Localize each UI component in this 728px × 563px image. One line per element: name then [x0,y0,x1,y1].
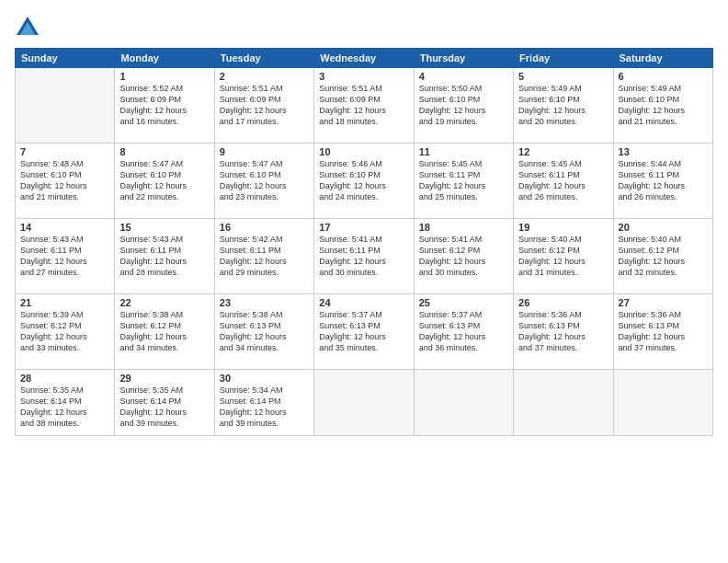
day-number: 24 [319,297,408,308]
day-info: Sunrise: 5:36 AM Sunset: 6:13 PM Dayligh… [518,309,608,354]
day-info: Sunrise: 5:35 AM Sunset: 6:14 PM Dayligh… [20,385,109,430]
day-info: Sunrise: 5:43 AM Sunset: 6:11 PM Dayligh… [119,234,209,279]
day-info: Sunrise: 5:42 AM Sunset: 6:11 PM Dayligh… [220,234,309,279]
week-row-5: 28Sunrise: 5:35 AM Sunset: 6:14 PM Dayli… [16,370,713,436]
week-row-1: 1Sunrise: 5:52 AM Sunset: 6:09 PM Daylig… [16,68,713,144]
day-cell: 21Sunrise: 5:39 AM Sunset: 6:12 PM Dayli… [16,294,115,370]
day-info: Sunrise: 5:38 AM Sunset: 6:12 PM Dayligh… [119,309,209,354]
day-cell: 16Sunrise: 5:42 AM Sunset: 6:11 PM Dayli… [214,219,313,294]
day-info: Sunrise: 5:45 AM Sunset: 6:11 PM Dayligh… [518,158,608,203]
day-cell: 15Sunrise: 5:43 AM Sunset: 6:11 PM Dayli… [115,219,214,294]
weekday-monday: Monday [115,49,214,68]
weekday-wednesday: Wednesday [314,49,414,68]
weekday-saturday: Saturday [613,49,712,68]
day-info: Sunrise: 5:37 AM Sunset: 6:13 PM Dayligh… [419,309,508,354]
day-cell: 11Sunrise: 5:45 AM Sunset: 6:11 PM Dayli… [414,144,513,219]
day-number: 21 [20,297,109,308]
day-cell: 8Sunrise: 5:47 AM Sunset: 6:10 PM Daylig… [115,144,214,219]
day-cell [16,68,115,144]
day-info: Sunrise: 5:45 AM Sunset: 6:11 PM Dayligh… [419,158,508,203]
day-info: Sunrise: 5:47 AM Sunset: 6:10 PM Dayligh… [220,158,309,203]
day-info: Sunrise: 5:44 AM Sunset: 6:11 PM Dayligh… [619,158,708,203]
day-info: Sunrise: 5:41 AM Sunset: 6:11 PM Dayligh… [319,234,408,279]
header [15,15,713,40]
day-info: Sunrise: 5:50 AM Sunset: 6:10 PM Dayligh… [419,83,508,128]
logo [15,15,44,40]
calendar: SundayMondayTuesdayWednesdayThursdayFrid… [15,48,713,436]
day-cell: 26Sunrise: 5:36 AM Sunset: 6:13 PM Dayli… [514,294,613,370]
day-info: Sunrise: 5:51 AM Sunset: 6:09 PM Dayligh… [319,83,408,128]
weekday-header-row: SundayMondayTuesdayWednesdayThursdayFrid… [16,49,713,68]
weekday-sunday: Sunday [16,49,115,68]
day-cell: 12Sunrise: 5:45 AM Sunset: 6:11 PM Dayli… [514,144,613,219]
day-number: 25 [419,297,508,308]
day-number: 26 [518,297,608,308]
day-cell: 18Sunrise: 5:41 AM Sunset: 6:12 PM Dayli… [414,219,513,294]
day-cell: 2Sunrise: 5:51 AM Sunset: 6:09 PM Daylig… [214,68,313,144]
day-cell: 4Sunrise: 5:50 AM Sunset: 6:10 PM Daylig… [414,68,513,144]
day-cell: 19Sunrise: 5:40 AM Sunset: 6:12 PM Dayli… [514,219,613,294]
day-info: Sunrise: 5:36 AM Sunset: 6:13 PM Dayligh… [619,309,708,354]
day-cell: 3Sunrise: 5:51 AM Sunset: 6:09 PM Daylig… [314,68,414,144]
day-number: 28 [20,373,109,384]
day-info: Sunrise: 5:46 AM Sunset: 6:10 PM Dayligh… [319,158,408,203]
day-info: Sunrise: 5:52 AM Sunset: 6:09 PM Dayligh… [119,83,209,128]
week-row-3: 14Sunrise: 5:43 AM Sunset: 6:11 PM Dayli… [16,219,713,294]
day-cell [514,370,613,436]
day-number: 8 [119,146,209,157]
day-number: 14 [20,222,109,233]
day-cell: 25Sunrise: 5:37 AM Sunset: 6:13 PM Dayli… [414,294,513,370]
day-info: Sunrise: 5:49 AM Sunset: 6:10 PM Dayligh… [619,83,708,128]
day-cell: 14Sunrise: 5:43 AM Sunset: 6:11 PM Dayli… [16,219,115,294]
day-number: 16 [220,222,309,233]
day-cell: 17Sunrise: 5:41 AM Sunset: 6:11 PM Dayli… [314,219,414,294]
day-info: Sunrise: 5:40 AM Sunset: 6:12 PM Dayligh… [518,234,608,279]
weekday-thursday: Thursday [414,49,513,68]
day-number: 19 [518,222,608,233]
weekday-friday: Friday [514,49,613,68]
day-number: 7 [20,146,109,157]
day-info: Sunrise: 5:37 AM Sunset: 6:13 PM Dayligh… [319,309,408,354]
day-info: Sunrise: 5:48 AM Sunset: 6:10 PM Dayligh… [20,158,109,203]
day-cell: 24Sunrise: 5:37 AM Sunset: 6:13 PM Dayli… [314,294,414,370]
day-number: 15 [119,222,209,233]
logo-icon [15,15,40,40]
day-cell: 20Sunrise: 5:40 AM Sunset: 6:12 PM Dayli… [613,219,712,294]
day-number: 10 [319,146,408,157]
day-cell: 30Sunrise: 5:34 AM Sunset: 6:14 PM Dayli… [214,370,313,436]
day-info: Sunrise: 5:38 AM Sunset: 6:13 PM Dayligh… [220,309,309,354]
day-cell: 7Sunrise: 5:48 AM Sunset: 6:10 PM Daylig… [16,144,115,219]
day-info: Sunrise: 5:47 AM Sunset: 6:10 PM Dayligh… [119,158,209,203]
day-info: Sunrise: 5:34 AM Sunset: 6:14 PM Dayligh… [220,385,309,430]
day-info: Sunrise: 5:41 AM Sunset: 6:12 PM Dayligh… [419,234,508,279]
day-cell: 28Sunrise: 5:35 AM Sunset: 6:14 PM Dayli… [16,370,115,436]
day-cell: 22Sunrise: 5:38 AM Sunset: 6:12 PM Dayli… [115,294,214,370]
day-cell [613,370,712,436]
week-row-4: 21Sunrise: 5:39 AM Sunset: 6:12 PM Dayli… [16,294,713,370]
day-info: Sunrise: 5:51 AM Sunset: 6:09 PM Dayligh… [220,83,309,128]
day-number: 23 [220,297,309,308]
day-info: Sunrise: 5:43 AM Sunset: 6:11 PM Dayligh… [20,234,109,279]
day-number: 30 [220,373,309,384]
day-number: 5 [518,71,608,82]
day-number: 2 [220,71,309,82]
day-info: Sunrise: 5:39 AM Sunset: 6:12 PM Dayligh… [20,309,109,354]
day-number: 9 [220,146,309,157]
day-cell: 5Sunrise: 5:49 AM Sunset: 6:10 PM Daylig… [514,68,613,144]
day-number: 17 [319,222,408,233]
day-number: 22 [119,297,209,308]
day-number: 4 [419,71,508,82]
day-info: Sunrise: 5:40 AM Sunset: 6:12 PM Dayligh… [619,234,708,279]
day-cell: 6Sunrise: 5:49 AM Sunset: 6:10 PM Daylig… [613,68,712,144]
day-number: 11 [419,146,508,157]
day-cell: 23Sunrise: 5:38 AM Sunset: 6:13 PM Dayli… [214,294,313,370]
day-cell: 9Sunrise: 5:47 AM Sunset: 6:10 PM Daylig… [214,144,313,219]
day-number: 12 [518,146,608,157]
day-number: 27 [619,297,708,308]
day-cell: 10Sunrise: 5:46 AM Sunset: 6:10 PM Dayli… [314,144,414,219]
week-row-2: 7Sunrise: 5:48 AM Sunset: 6:10 PM Daylig… [16,144,713,219]
day-number: 6 [619,71,708,82]
day-cell: 13Sunrise: 5:44 AM Sunset: 6:11 PM Dayli… [613,144,712,219]
day-number: 13 [619,146,708,157]
day-number: 1 [119,71,209,82]
